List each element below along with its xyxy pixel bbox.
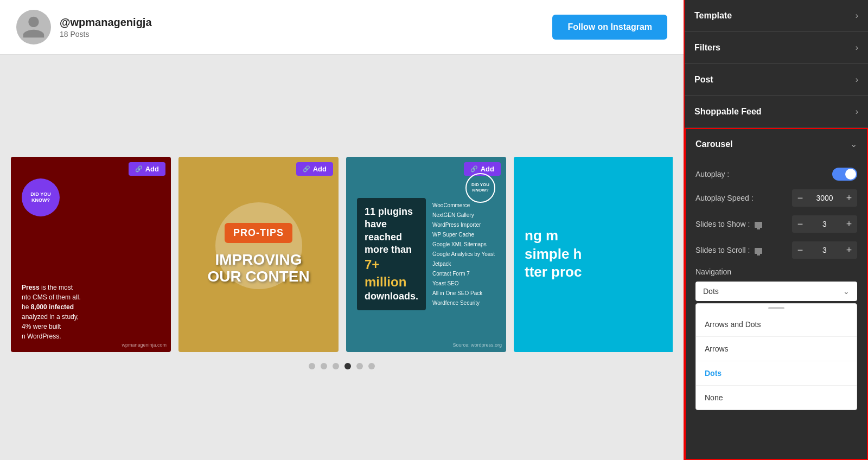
slides-to-scroll-label: Slides to Scroll : [695,246,762,254]
navigation-section: Navigation Dots ⌄ Arrows and Dots Arrows… [695,267,857,410]
nav-option-arrows[interactable]: Arrows [696,337,857,361]
carousel-section: Carousel ⌄ Autoplay : Autoplay Speed : −… [685,128,868,460]
autoplay-control: Autoplay : [695,168,857,181]
username: @wpmanagenigja [60,16,152,29]
carousel-container: Add DID YOUKNOW? Press is the mostnto CM… [0,55,684,460]
slides-to-show-value: 3 [808,215,841,233]
pro-tips-badge: PRO-TIPS [225,223,292,243]
add-badge-1[interactable]: Add [129,162,165,176]
slides-to-show-increment-button[interactable]: + [841,215,857,233]
avatar [16,10,51,44]
sidebar-item-post[interactable]: Post › [685,64,868,96]
chevron-right-icon: › [856,107,858,117]
dropdown-caret-icon: ⌄ [843,287,850,296]
did-you-know-badge-1: DID YOUKNOW? [22,178,60,216]
dot-1[interactable] [309,363,315,369]
nav-option-arrows-and-dots[interactable]: Arrows and Dots [696,312,857,337]
slide-1-text: Press is the mostnto CMS of them all.he … [22,283,160,341]
slides-to-show-control: Slides to Show : − 3 + [695,215,857,233]
feed-header: @wpmanagenigja 18 Posts Follow on Instag… [0,0,684,55]
autoplay-speed-stepper: − 3000 + [792,189,857,207]
slides-to-scroll-value: 3 [808,241,841,259]
slides-to-scroll-stepper: − 3 + [792,241,857,259]
nav-option-dots[interactable]: Dots [696,361,857,386]
dot-2[interactable] [321,363,327,369]
slides-to-scroll-control: Slides to Scroll : − 3 + [695,241,857,259]
navigation-dropdown: Dots ⌄ Arrows and Dots Arrows Dots None [695,282,857,410]
slides-to-show-decrement-button[interactable]: − [792,215,808,233]
toggle-thumb [845,169,856,180]
slide-4: ng m simple h tter proc [514,157,673,352]
slide-3: Add DID YOUKNOW? 11 pluginshave reachedm… [346,157,506,352]
dot-4[interactable] [344,363,351,369]
slide-4-content: ng m simple h tter proc [514,157,673,352]
pagination [11,363,673,369]
carousel-body: Autoplay : Autoplay Speed : − 3000 + [686,159,867,459]
slides-to-scroll-decrement-button[interactable]: − [792,241,808,259]
slide-2-content: PRO-TIPS IMPROVINGOUR CONTEN [178,157,339,352]
profile-info: @wpmanagenigja 18 Posts [16,10,152,44]
dot-5[interactable] [356,363,363,369]
slides-row: Add DID YOUKNOW? Press is the mostnto CM… [11,157,673,352]
autoplay-speed-decrement-button[interactable]: − [792,189,808,207]
slide-3-footer: Source: wordpress.org [452,342,502,348]
slides-to-scroll-increment-button[interactable]: + [841,241,857,259]
monitor-icon-2 [755,248,762,254]
autoplay-speed-value: 3000 [808,189,841,207]
autoplay-speed-increment-button[interactable]: + [841,189,857,207]
sidebar-item-filters[interactable]: Filters › [685,32,868,64]
dropdown-separator [768,307,784,309]
nav-option-none[interactable]: None [696,386,857,410]
toggle-track [832,168,857,181]
navigation-dropdown-menu: Arrows and Dots Arrows Dots None [695,303,857,410]
slide-2: Add PRO-TIPS IMPROVINGOUR CONTEN [178,157,339,352]
sidebar-item-template[interactable]: Template › [685,0,868,32]
carousel-header[interactable]: Carousel ⌄ [686,129,867,159]
sidebar: Template › Filters › Post › Shoppable Fe… [684,0,868,460]
follow-instagram-button[interactable]: Follow on Instagram [552,15,667,40]
slides-to-show-label: Slides to Show : [695,220,762,228]
slide-1-footer: wpmanageninja.com [122,342,167,348]
monitor-icon [755,222,762,228]
post-count: 18 Posts [60,30,152,39]
dot-3[interactable] [333,363,339,369]
chevron-right-icon: › [856,75,858,85]
sidebar-item-shoppable-feed[interactable]: Shoppable Feed › [685,96,868,128]
autoplay-toggle[interactable] [832,168,857,181]
autoplay-speed-control: Autoplay Speed : − 3000 + [695,189,857,207]
slide-3-content: 11 pluginshave reachedmore than7+ millio… [346,157,506,352]
chevron-right-icon: › [856,43,858,53]
chevron-down-icon: ⌄ [850,139,857,149]
slide-3-list: WooCommerceNextGEN GalleryWordPress Impo… [432,201,495,308]
navigation-dropdown-selected[interactable]: Dots ⌄ [695,282,857,301]
slide-3-stat: 11 pluginshave reachedmore than7+ millio… [357,198,426,310]
dot-6[interactable] [368,363,375,369]
slides-to-show-stepper: − 3 + [792,215,857,233]
chevron-right-icon: › [856,11,858,21]
slide-1: Add DID YOUKNOW? Press is the mostnto CM… [11,157,171,352]
profile-text: @wpmanagenigja 18 Posts [60,16,152,39]
